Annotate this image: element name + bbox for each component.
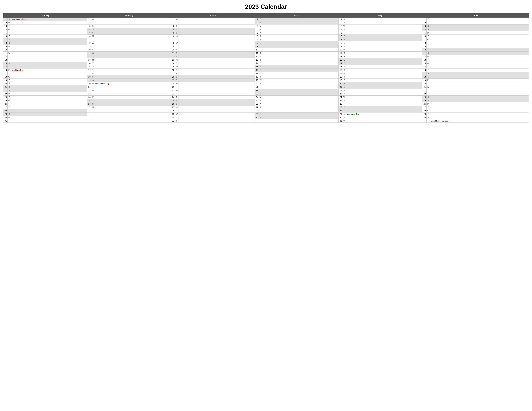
holiday-cell: [95, 92, 171, 96]
day-number: 10: [339, 48, 343, 52]
day-letter: F: [91, 25, 95, 28]
day-letter: W: [427, 85, 430, 89]
day-number: 24: [87, 96, 91, 99]
holiday-cell: [95, 116, 171, 119]
day-number: 15: [255, 65, 259, 68]
day-number: 26: [422, 102, 427, 106]
day-number: 19: [255, 79, 259, 82]
holiday-cell: [346, 92, 422, 96]
holiday-cell: [346, 41, 422, 45]
holiday-cell: [346, 55, 422, 58]
day-letter: S: [259, 68, 262, 72]
day-number: 25: [171, 99, 175, 102]
holiday-cell: [346, 52, 422, 55]
day-number: 14: [171, 62, 175, 65]
day-letter: S: [175, 102, 179, 106]
holiday-cell: [179, 99, 255, 102]
day-number: 10: [255, 48, 259, 52]
day-letter: W: [427, 38, 430, 41]
holiday-cell: [179, 109, 255, 112]
day-number: 25: [339, 99, 343, 102]
day-letter: M: [8, 21, 11, 25]
day-number: 20: [3, 82, 8, 85]
day-number: 22: [3, 89, 8, 92]
day-number: 5: [255, 31, 259, 35]
day-letter: T: [259, 35, 262, 38]
holiday-cell: www.blank-calendar.com: [430, 119, 529, 123]
table-row: 13F13M13M13T13S13T: [3, 58, 529, 62]
holiday-cell: [95, 85, 171, 89]
day-number: 20: [255, 82, 259, 85]
day-letter: S: [91, 102, 95, 106]
day-number: 18: [3, 75, 8, 79]
day-letter: [427, 119, 430, 123]
day-letter: S: [175, 55, 179, 58]
table-row: 17T17F17F17M17W17S: [3, 72, 529, 75]
day-letter: S: [8, 41, 11, 45]
day-number: 14: [339, 62, 343, 65]
day-letter: W: [175, 18, 179, 21]
day-number: 27: [87, 106, 91, 109]
day-number: 16: [255, 68, 259, 72]
holiday-cell: [95, 72, 171, 75]
day-number: 27: [3, 106, 8, 109]
holiday-cell: [95, 55, 171, 58]
day-number: 22: [255, 89, 259, 92]
holiday-cell: [179, 68, 255, 72]
day-letter: S: [259, 92, 262, 96]
day-letter: W: [8, 75, 11, 79]
day-letter: F: [427, 92, 430, 96]
day-number: 12: [3, 55, 8, 58]
table-row: 27F27M27M27T27S27T: [3, 106, 529, 109]
holiday-cell: [430, 48, 529, 52]
holiday-cell: [179, 102, 255, 106]
day-number: 22: [339, 89, 343, 92]
holiday-cell: [179, 96, 255, 99]
day-letter: T: [175, 21, 179, 25]
holiday-cell: [346, 31, 422, 35]
holiday-cell: [11, 92, 87, 96]
table-row: 26T26S26S26W26F26M: [3, 102, 529, 106]
day-number: 29: [171, 112, 175, 116]
day-number: 9: [3, 45, 8, 48]
holiday-cell: [262, 25, 339, 28]
day-number: [87, 112, 91, 116]
day-letter: M: [175, 58, 179, 62]
day-letter: M: [8, 68, 11, 72]
holiday-cell: [11, 45, 87, 48]
day-letter: T: [427, 89, 430, 92]
day-letter: S: [427, 72, 430, 75]
day-letter: T: [175, 85, 179, 89]
day-number: 12: [87, 55, 91, 58]
holiday-cell: [346, 109, 422, 112]
day-number: 9: [422, 45, 427, 48]
day-number: 21: [255, 85, 259, 89]
day-letter: T: [175, 62, 179, 65]
holiday-cell: [346, 28, 422, 31]
day-number: 22: [171, 89, 175, 92]
holiday-cell: [430, 21, 529, 25]
day-letter: W: [259, 55, 262, 58]
table-row: 5T5S5S5W5F5M: [3, 31, 529, 35]
day-letter: M: [343, 41, 346, 45]
day-letter: T: [91, 21, 95, 25]
day-letter: S: [427, 52, 430, 55]
holiday-cell: [346, 25, 422, 28]
holiday-cell: [95, 58, 171, 62]
holiday-cell: [179, 45, 255, 48]
day-number: 21: [3, 85, 8, 89]
holiday-cell: [262, 41, 339, 45]
day-letter: S: [175, 99, 179, 102]
day-number: 23: [87, 92, 91, 96]
holiday-cell: [179, 28, 255, 31]
holiday-cell: [262, 119, 339, 123]
holiday-cell: [346, 75, 422, 79]
day-letter: W: [259, 102, 262, 106]
day-letter: W: [175, 65, 179, 68]
day-number: 10: [171, 48, 175, 52]
day-letter: T: [343, 45, 346, 48]
day-letter: W: [427, 62, 430, 65]
holiday-cell: [11, 72, 87, 75]
day-letter: T: [427, 65, 430, 68]
day-number: 15: [171, 65, 175, 68]
